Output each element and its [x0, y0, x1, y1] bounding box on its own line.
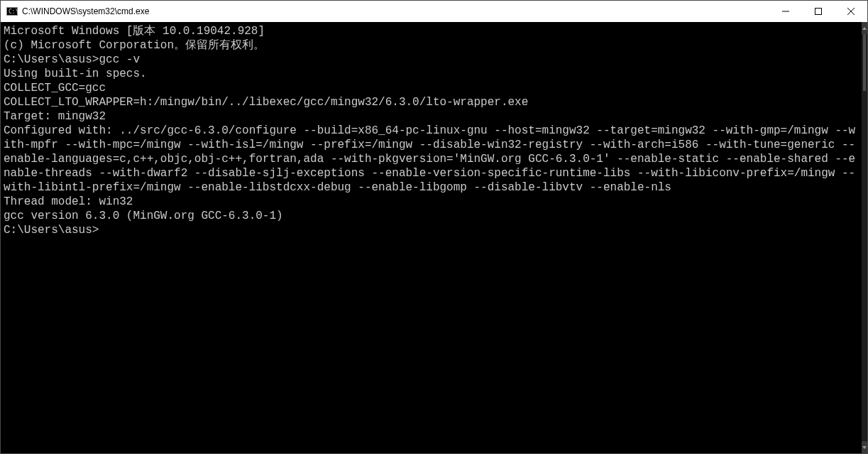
cmd-window: C:\ C:\WINDOWS\system32\cmd.exe Microsof…: [0, 0, 868, 454]
scroll-track[interactable]: [862, 34, 867, 441]
svg-rect-3: [815, 9, 822, 15]
terminal-line: Configured with: ../src/gcc-6.3.0/config…: [4, 124, 862, 195]
svg-marker-7: [862, 446, 867, 449]
vertical-scrollbar[interactable]: [862, 22, 867, 453]
terminal-line: Microsoft Windows [版本 10.0.19042.928]: [4, 24, 862, 38]
maximize-button[interactable]: [802, 1, 835, 22]
terminal-line: COLLECT_GCC=gcc: [4, 81, 862, 95]
titlebar[interactable]: C:\ C:\WINDOWS\system32\cmd.exe: [1, 1, 867, 22]
terminal-line: gcc version 6.3.0 (MinGW.org GCC-6.3.0-1…: [4, 209, 862, 223]
terminal-line: C:\Users\asus>gcc -v: [4, 53, 862, 67]
terminal-line: Using built-in specs.: [4, 67, 862, 81]
svg-text:C:\: C:\: [9, 9, 18, 15]
terminal-line: Thread model: win32: [4, 195, 862, 209]
terminal-line: C:\Users\asus>: [4, 223, 862, 237]
window-controls: [769, 1, 867, 22]
svg-marker-6: [862, 27, 867, 30]
minimize-button[interactable]: [769, 1, 802, 22]
scroll-up-arrow-icon[interactable]: [862, 22, 867, 34]
terminal-line: COLLECT_LTO_WRAPPER=h:/mingw/bin/../libe…: [4, 95, 862, 109]
scroll-thumb[interactable]: [863, 34, 866, 91]
terminal-line: Target: mingw32: [4, 109, 862, 124]
terminal-area: Microsoft Windows [版本 10.0.19042.928](c)…: [1, 22, 867, 453]
scroll-down-arrow-icon[interactable]: [862, 441, 867, 453]
close-button[interactable]: [835, 1, 867, 22]
window-title: C:\WINDOWS\system32\cmd.exe: [22, 6, 149, 16]
terminal-output[interactable]: Microsoft Windows [版本 10.0.19042.928](c)…: [1, 22, 862, 453]
terminal-line: (c) Microsoft Corporation。保留所有权利。: [4, 38, 862, 53]
cmd-icon: C:\: [6, 6, 18, 17]
